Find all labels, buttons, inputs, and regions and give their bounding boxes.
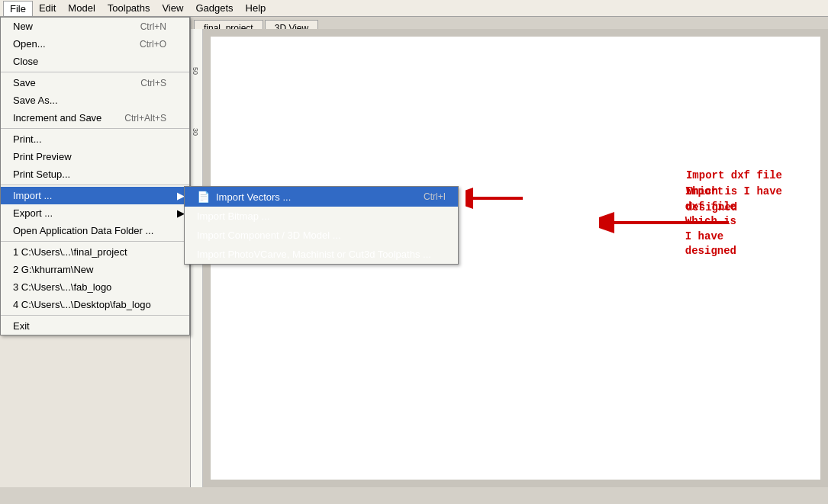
save-shortcut: Ctrl+S xyxy=(140,78,166,88)
increment-save-label: Increment and Save xyxy=(13,112,101,124)
import-vectors-shortcut: Ctrl+I xyxy=(424,191,446,202)
menu-item-open[interactable]: Open... Ctrl+O xyxy=(1,35,189,53)
annotation-block: Import dxf file Which is I have designed xyxy=(686,168,782,216)
menu-item-save[interactable]: Save Ctrl+S xyxy=(1,74,189,91)
separator-3 xyxy=(1,185,189,185)
import-component-label: Import Component / 3D Model ... xyxy=(197,230,341,241)
menu-gadgets[interactable]: Gadgets xyxy=(189,1,239,15)
file-menu: New Ctrl+N Open... Ctrl+O Close Save Ctr… xyxy=(0,17,190,335)
import-bitmap-item[interactable]: Import Bitmap ... xyxy=(185,207,458,226)
annotation-line1: Import dxf file xyxy=(686,169,782,181)
separator-4 xyxy=(1,241,189,242)
menu-toolpaths[interactable]: Toolpaths xyxy=(101,1,156,15)
menu-model[interactable]: Model xyxy=(62,1,101,15)
separator-5 xyxy=(1,315,189,316)
menu-item-open-app-data[interactable]: Open Application Data Folder ... xyxy=(1,222,189,239)
new-label: New xyxy=(13,21,33,32)
main-red-arrow-icon xyxy=(466,183,527,213)
menu-item-new[interactable]: New Ctrl+N xyxy=(1,18,189,35)
import-bitmap-label: Import Bitmap ... xyxy=(197,210,269,222)
menu-file[interactable]: File xyxy=(3,1,33,16)
annotation-line2: Which is I have xyxy=(686,185,782,197)
save-label: Save xyxy=(13,77,36,88)
import-submenu: 📄 Import Vectors ... Ctrl+I Import Bitma… xyxy=(184,186,459,265)
recent-4-label: 4 C:\Users\...\Desktop\fab_logo xyxy=(13,299,151,310)
print-setup-label: Print Setup... xyxy=(13,169,70,180)
print-label: Print... xyxy=(13,133,42,145)
open-shortcut: Ctrl+O xyxy=(140,39,166,50)
menu-item-print-preview[interactable]: Print Preview xyxy=(1,148,189,165)
close-label: Close xyxy=(13,56,38,67)
separator-2 xyxy=(1,128,189,129)
file-menu-dropdown: New Ctrl+N Open... Ctrl+O Close Save Ctr… xyxy=(0,17,190,335)
import-vectors-item[interactable]: 📄 Import Vectors ... Ctrl+I xyxy=(185,187,458,207)
menu-item-import[interactable]: Import ... ▶ 📄 Import Vectors ... Ctrl+I… xyxy=(1,187,189,204)
import-photovc-label: Import PhotoVCarve, Machinist or Cut3d T… xyxy=(197,249,431,260)
increment-save-shortcut: Ctrl+Alt+S xyxy=(124,113,166,124)
menu-item-recent-1[interactable]: 1 C:\Users\...\final_project xyxy=(1,243,189,261)
menu-item-close[interactable]: Close xyxy=(1,53,189,70)
menu-item-export[interactable]: Export ... ▶ xyxy=(1,204,189,222)
menu-item-print-setup[interactable]: Print Setup... xyxy=(1,165,189,183)
menu-item-recent-4[interactable]: 4 C:\Users\...\Desktop\fab_logo xyxy=(1,296,189,313)
open-app-data-label: Open Application Data Folder ... xyxy=(13,225,153,236)
red-arrow-container xyxy=(466,183,527,216)
print-preview-label: Print Preview xyxy=(13,151,72,162)
import-vectors-label: Import Vectors ... xyxy=(216,191,291,203)
menu-bar: File Edit Model Toolpaths View Gadgets H… xyxy=(0,0,828,17)
export-label: Export ... xyxy=(13,207,53,219)
import-photovc-item[interactable]: Import PhotoVCarve, Machinist or Cut3d T… xyxy=(185,245,458,264)
recent-1-label: 1 C:\Users\...\final_project xyxy=(13,246,127,258)
import-label: Import ... xyxy=(13,190,52,201)
exit-label: Exit xyxy=(13,320,30,332)
recent-2-label: 2 G:\khurram\New xyxy=(13,264,93,275)
new-shortcut: Ctrl+N xyxy=(140,21,166,32)
separator-1 xyxy=(1,72,189,72)
recent-3-label: 3 C:\Users\...\fab_logo xyxy=(13,281,111,293)
import-vectors-icon: 📄 xyxy=(197,191,210,203)
import-component-item[interactable]: Import Component / 3D Model ... xyxy=(185,226,458,245)
menu-item-exit[interactable]: Exit xyxy=(1,317,189,335)
menu-item-print[interactable]: Print... xyxy=(1,130,189,148)
open-label: Open... xyxy=(13,38,46,50)
menu-item-recent-3[interactable]: 3 C:\Users\...\fab_logo xyxy=(1,278,189,296)
menu-view[interactable]: View xyxy=(156,1,189,15)
menu-help[interactable]: Help xyxy=(240,1,272,15)
save-as-label: Save As... xyxy=(13,95,58,106)
menu-item-increment-save[interactable]: Increment and Save Ctrl+Alt+S xyxy=(1,109,189,127)
menu-item-recent-2[interactable]: 2 G:\khurram\New xyxy=(1,261,189,278)
annotation-line3: designed xyxy=(686,201,737,213)
menu-item-save-as[interactable]: Save As... xyxy=(1,91,189,109)
menu-edit[interactable]: Edit xyxy=(33,1,62,15)
